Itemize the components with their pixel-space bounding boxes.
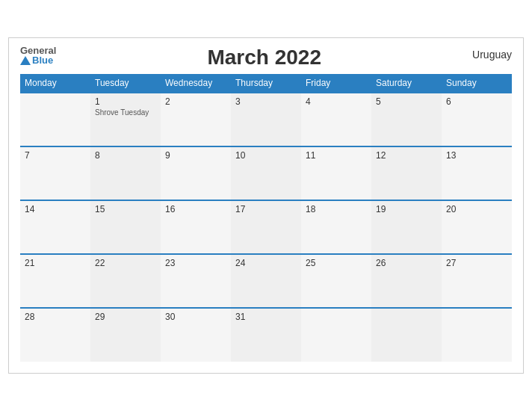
calendar-cell: 13 — [442, 146, 512, 200]
calendar-cell — [371, 308, 442, 362]
day-number: 17 — [235, 204, 297, 214]
day-number: 1 — [95, 96, 156, 107]
day-number: 31 — [235, 312, 297, 322]
calendar-cell: 30 — [161, 308, 231, 362]
day-number: 10 — [235, 150, 297, 161]
day-number: 25 — [306, 258, 367, 268]
calendar-cell: 25 — [301, 254, 371, 308]
calendar-cell: 15 — [90, 200, 161, 254]
logo-triangle-icon — [20, 56, 31, 65]
day-number: 4 — [306, 96, 367, 107]
calendar-cell: 10 — [231, 146, 301, 200]
day-number: 15 — [95, 204, 156, 214]
day-number: 6 — [446, 96, 507, 107]
day-number: 16 — [165, 204, 226, 214]
week-row-3: 14151617181920 — [20, 200, 512, 254]
day-number: 26 — [376, 258, 437, 268]
day-number: 21 — [25, 258, 86, 268]
weekday-header-monday: Monday — [20, 74, 90, 93]
logo: General Blue — [20, 46, 56, 65]
calendar-cell: 16 — [161, 200, 231, 254]
calendar-cell: 20 — [442, 200, 512, 254]
day-number: 9 — [165, 150, 226, 161]
week-row-1: 1Shrove Tuesday23456 — [20, 93, 512, 146]
weekday-header-saturday: Saturday — [371, 74, 442, 93]
calendar-cell: 9 — [161, 146, 231, 200]
calendar-cell: 14 — [20, 200, 90, 254]
day-number: 24 — [235, 258, 297, 268]
day-number: 30 — [165, 312, 226, 322]
weekday-header-friday: Friday — [301, 74, 371, 93]
weekday-header-wednesday: Wednesday — [161, 74, 231, 93]
calendar-cell: 5 — [371, 93, 442, 146]
calendar-cell: 29 — [90, 308, 161, 362]
day-number: 19 — [376, 204, 437, 214]
calendar-cell: 18 — [301, 200, 371, 254]
calendar-cell — [20, 93, 90, 146]
weekday-header-tuesday: Tuesday — [90, 74, 161, 93]
weekday-header-sunday: Sunday — [442, 74, 512, 93]
calendar-cell: 3 — [231, 93, 301, 146]
day-number: 20 — [446, 204, 507, 214]
calendar-cell — [442, 308, 512, 362]
day-number: 29 — [95, 312, 156, 322]
day-number: 23 — [165, 258, 226, 268]
calendar-cell: 19 — [371, 200, 442, 254]
calendar-cell: 7 — [20, 146, 90, 200]
week-row-4: 21222324252627 — [20, 254, 512, 308]
calendar-cell: 31 — [231, 308, 301, 362]
day-number: 27 — [446, 258, 507, 268]
holiday-label: Shrove Tuesday — [95, 108, 156, 117]
day-number: 5 — [376, 96, 437, 107]
calendar-cell: 2 — [161, 93, 231, 146]
day-number: 2 — [165, 96, 226, 107]
calendar-cell: 26 — [371, 254, 442, 308]
calendar-cell: 22 — [90, 254, 161, 308]
calendar-cell: 27 — [442, 254, 512, 308]
calendar-cell: 21 — [20, 254, 90, 308]
calendar-cell: 6 — [442, 93, 512, 146]
calendar-cell — [301, 308, 371, 362]
calendar-cell: 17 — [231, 200, 301, 254]
calendar-container: General Blue March 2022 Uruguay MondayTu… — [8, 37, 524, 374]
calendar-cell: 23 — [161, 254, 231, 308]
day-number: 12 — [376, 150, 437, 161]
calendar-table: MondayTuesdayWednesdayThursdayFridaySatu… — [20, 74, 512, 362]
day-number: 11 — [306, 150, 367, 161]
week-row-5: 28293031 — [20, 308, 512, 362]
week-row-2: 78910111213 — [20, 146, 512, 200]
calendar-cell: 28 — [20, 308, 90, 362]
country-label: Uruguay — [472, 46, 512, 61]
calendar-cell: 11 — [301, 146, 371, 200]
logo-blue-text: Blue — [20, 55, 56, 65]
day-number: 18 — [306, 204, 367, 214]
day-number: 13 — [446, 150, 507, 161]
day-number: 28 — [25, 312, 86, 322]
day-number: 3 — [235, 96, 297, 107]
day-number: 7 — [25, 150, 86, 161]
weekday-header-thursday: Thursday — [231, 74, 301, 93]
calendar-header: General Blue March 2022 Uruguay — [20, 46, 512, 69]
day-number: 22 — [95, 258, 156, 268]
calendar-cell: 8 — [90, 146, 161, 200]
calendar-cell: 24 — [231, 254, 301, 308]
weekday-header-row: MondayTuesdayWednesdayThursdayFridaySatu… — [20, 74, 512, 93]
calendar-cell: 12 — [371, 146, 442, 200]
calendar-cell: 1Shrove Tuesday — [90, 93, 161, 146]
day-number: 14 — [25, 204, 86, 214]
calendar-title: March 2022 — [56, 46, 472, 69]
day-number: 8 — [95, 150, 156, 161]
calendar-cell: 4 — [301, 93, 371, 146]
